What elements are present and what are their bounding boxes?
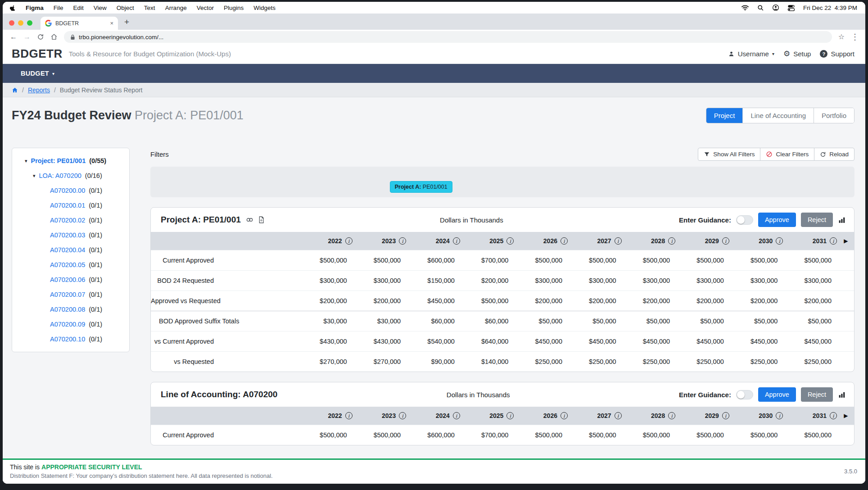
bookmark-star-icon[interactable]: ☆ bbox=[838, 33, 845, 41]
row-label: BOD Approved Suffix Totals bbox=[151, 318, 299, 325]
approve-button[interactable]: Approve bbox=[758, 387, 796, 402]
tree-suffix-link[interactable]: A070200.09 bbox=[50, 321, 85, 328]
info-icon[interactable]: i bbox=[506, 237, 514, 245]
zoom-window-button[interactable] bbox=[27, 20, 32, 26]
scroll-years-right-icon[interactable]: ▶ bbox=[838, 413, 854, 419]
info-icon[interactable]: i bbox=[776, 412, 783, 419]
filter-chip-project[interactable]: Project A: PE01/001 bbox=[390, 181, 452, 193]
setup-menu[interactable]: ⚙ Setup bbox=[783, 50, 811, 58]
enter-guidance-toggle[interactable] bbox=[736, 215, 753, 225]
tree-suffix-link[interactable]: A070200.00 bbox=[50, 187, 85, 194]
tree-suffix-link[interactable]: A070200.08 bbox=[50, 306, 85, 313]
control-center-icon[interactable] bbox=[787, 5, 795, 11]
tree-loa-link[interactable]: LOA: A070200 bbox=[39, 172, 81, 179]
menubar-item-arrange[interactable]: Arrange bbox=[165, 5, 187, 11]
clear-filters-button[interactable]: Clear Filters bbox=[760, 148, 814, 161]
tab-line-of-accounting[interactable]: Line of Accounting bbox=[742, 108, 814, 123]
tree-suffix-link[interactable]: A070200.07 bbox=[50, 291, 85, 298]
bar-chart-icon[interactable] bbox=[838, 391, 846, 399]
scroll-years-right-icon[interactable]: ▶ bbox=[838, 238, 854, 244]
menubar-item-plugins[interactable]: Plugins bbox=[224, 5, 244, 11]
user-account-icon[interactable] bbox=[772, 4, 779, 11]
tab-portfolio[interactable]: Portfolio bbox=[814, 108, 854, 123]
tab-close-icon[interactable]: × bbox=[110, 20, 113, 27]
tree-suffix-link[interactable]: A070200.10 bbox=[50, 336, 85, 343]
info-icon[interactable]: i bbox=[345, 237, 353, 245]
year-column-header: 2030i bbox=[730, 412, 784, 419]
table-row: vs Requested$270,000$270,000$90,000$140,… bbox=[151, 351, 854, 372]
info-icon[interactable]: i bbox=[722, 237, 729, 245]
minimize-window-button[interactable] bbox=[18, 20, 23, 26]
close-window-button[interactable] bbox=[9, 20, 14, 26]
menubar-item-view[interactable]: View bbox=[94, 5, 107, 11]
tree-suffix-link[interactable]: A070200.04 bbox=[50, 246, 85, 254]
browser-menu-icon[interactable]: ⋮ bbox=[851, 33, 859, 41]
address-bar[interactable]: trbo.pioneeringevolution.com/... bbox=[64, 31, 832, 43]
menubar-item-figma[interactable]: Figma bbox=[26, 5, 44, 11]
reject-button[interactable]: Reject bbox=[801, 387, 833, 402]
pdf-file-icon[interactable] bbox=[258, 216, 264, 223]
budget-menu[interactable]: BUDGET ▾ bbox=[21, 70, 54, 77]
menubar-item-text[interactable]: Text bbox=[144, 5, 155, 11]
tree-suffix-count: (0/1) bbox=[89, 261, 102, 268]
show-all-filters-button[interactable]: Show All Filters bbox=[698, 148, 760, 161]
wifi-icon[interactable] bbox=[741, 5, 749, 11]
support-menu[interactable]: ? Support bbox=[820, 50, 854, 58]
table-row: Approved vs Requested$200,000$200,000$45… bbox=[151, 290, 854, 311]
browser-tab[interactable]: BDGETR × bbox=[41, 17, 118, 30]
reload-button[interactable]: Reload bbox=[814, 148, 854, 161]
breadcrumb-reports-link[interactable]: Reports bbox=[28, 86, 50, 94]
caret-down-icon[interactable]: ▾ bbox=[33, 173, 36, 179]
info-icon[interactable]: i bbox=[345, 412, 353, 419]
info-icon[interactable]: i bbox=[830, 412, 837, 419]
reject-button[interactable]: Reject bbox=[801, 213, 833, 227]
approve-button[interactable]: Approve bbox=[758, 213, 796, 227]
tree-suffix-link[interactable]: A070200.03 bbox=[50, 231, 85, 239]
forward-button[interactable]: → bbox=[23, 33, 31, 41]
tree-suffix-link[interactable]: A070200.01 bbox=[50, 202, 85, 209]
info-icon[interactable]: i bbox=[722, 412, 729, 419]
info-icon[interactable]: i bbox=[830, 237, 837, 245]
menubar-item-vector[interactable]: Vector bbox=[197, 5, 214, 11]
info-icon[interactable]: i bbox=[668, 237, 675, 245]
info-icon[interactable]: i bbox=[561, 412, 568, 419]
apple-menu-icon[interactable] bbox=[10, 4, 16, 11]
tree-suffix-count: (0/1) bbox=[89, 202, 102, 209]
info-icon[interactable]: i bbox=[776, 237, 783, 245]
reload-page-button[interactable] bbox=[37, 33, 44, 41]
caret-down-icon[interactable]: ▾ bbox=[25, 158, 27, 164]
enter-guidance-toggle[interactable] bbox=[736, 390, 753, 399]
year-label: 2026 bbox=[543, 237, 557, 245]
tab-project[interactable]: Project bbox=[706, 108, 743, 123]
browser-tabstrip: BDGETR × + bbox=[3, 14, 865, 30]
value-cell: $700,000 bbox=[461, 257, 515, 264]
value-cell: $300,000 bbox=[623, 277, 677, 284]
home-icon[interactable] bbox=[12, 87, 18, 93]
info-icon[interactable]: i bbox=[668, 412, 675, 419]
info-icon[interactable]: i bbox=[615, 412, 622, 419]
browser-home-button[interactable] bbox=[50, 33, 58, 41]
tree-suffix-link[interactable]: A070200.02 bbox=[50, 217, 85, 224]
info-icon[interactable]: i bbox=[399, 237, 406, 245]
username-menu[interactable]: Username ▾ bbox=[728, 50, 774, 58]
info-icon[interactable]: i bbox=[506, 412, 514, 419]
menubar-item-object[interactable]: Object bbox=[117, 5, 134, 11]
info-icon[interactable]: i bbox=[615, 237, 622, 245]
info-icon[interactable]: i bbox=[453, 412, 460, 419]
tree-suffix-link[interactable]: A070200.06 bbox=[50, 276, 85, 283]
info-icon[interactable]: i bbox=[561, 237, 568, 245]
value-cell: $200,000 bbox=[299, 297, 353, 304]
link-icon[interactable] bbox=[246, 217, 253, 223]
bar-chart-icon[interactable] bbox=[838, 216, 846, 224]
menubar-item-edit[interactable]: Edit bbox=[73, 5, 84, 11]
spotlight-search-icon[interactable] bbox=[757, 5, 764, 11]
tree-suffix-link[interactable]: A070200.05 bbox=[50, 261, 85, 268]
tree-project-link[interactable]: Project: PE01/001 bbox=[31, 157, 86, 164]
new-tab-button[interactable]: + bbox=[124, 18, 129, 26]
menubar-item-file[interactable]: File bbox=[54, 5, 63, 11]
menubar-item-widgets[interactable]: Widgets bbox=[253, 5, 276, 11]
info-icon[interactable]: i bbox=[399, 412, 406, 419]
info-icon[interactable]: i bbox=[453, 237, 460, 245]
back-button[interactable]: ← bbox=[10, 33, 17, 41]
window-controls bbox=[9, 20, 32, 26]
